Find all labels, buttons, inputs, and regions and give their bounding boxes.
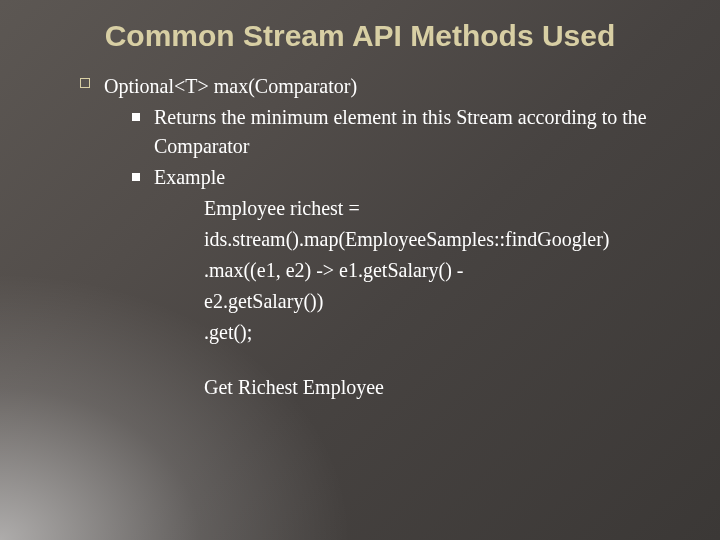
code-line: .get(); — [204, 318, 680, 347]
code-line: Get Richest Employee — [204, 373, 680, 402]
bullet-text: Returns the minimum element in this Stre… — [154, 106, 647, 157]
code-block: Employee richest = ids.stream().map(Empl… — [154, 194, 680, 402]
code-line: e2.getSalary()) — [204, 287, 680, 316]
list-item: Example Employee richest = ids.stream().… — [132, 163, 680, 402]
code-line: ids.stream().map(EmployeeSamples::findGo… — [204, 225, 680, 254]
code-line: Employee richest = — [204, 194, 680, 223]
slide-body: Optional<T> max(Comparator) Returns the … — [40, 72, 680, 402]
bullet-list-level-1: Optional<T> max(Comparator) Returns the … — [40, 72, 680, 402]
list-item: Optional<T> max(Comparator) Returns the … — [80, 72, 680, 402]
slide: Common Stream API Methods Used Optional<… — [0, 0, 720, 540]
bullet-text: Optional<T> max(Comparator) — [104, 75, 357, 97]
bullet-text: Example — [154, 166, 225, 188]
slide-title: Common Stream API Methods Used — [40, 18, 680, 54]
blank-line — [204, 349, 680, 371]
bullet-list-level-2: Returns the minimum element in this Stre… — [104, 103, 680, 402]
list-item: Returns the minimum element in this Stre… — [132, 103, 680, 161]
code-line: .max((e1, e2) -> e1.getSalary() - — [204, 256, 680, 285]
